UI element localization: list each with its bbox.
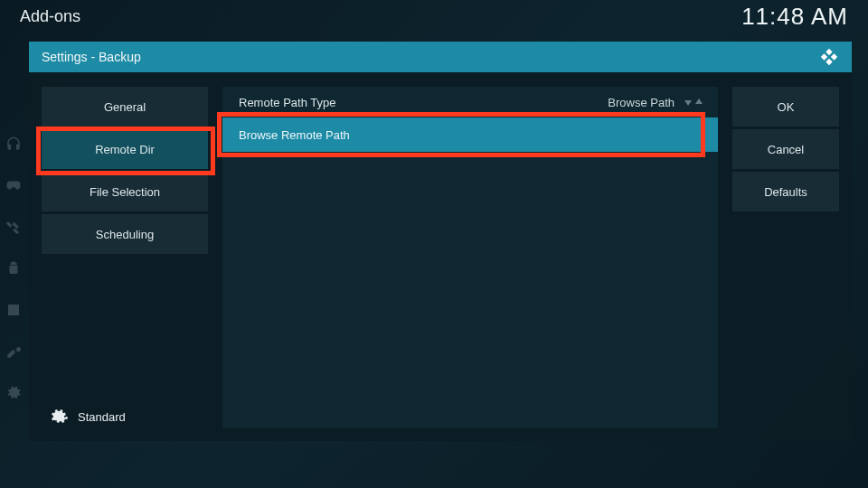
clock: 11:48 AM (741, 3, 848, 31)
android-icon (5, 260, 22, 277)
settings-panel: Remote Path Type Browse Path Browse Remo… (222, 87, 718, 428)
cancel-button[interactable]: Cancel (732, 129, 839, 169)
setting-remote-path-type[interactable]: Remote Path Type Browse Path (222, 87, 718, 117)
satellite-icon (5, 219, 22, 235)
category-column: General Remote Dir File Selection Schedu… (42, 87, 208, 428)
defaults-button[interactable]: Defaults (732, 172, 839, 211)
kodi-logo-icon (819, 47, 839, 67)
category-scheduling[interactable]: Scheduling (42, 214, 208, 254)
category-file-selection[interactable]: File Selection (42, 172, 208, 211)
settings-level-label: Standard (78, 410, 126, 424)
category-remote-dir[interactable]: Remote Dir (42, 129, 208, 169)
dialog-header: Settings - Backup (29, 42, 852, 72)
section-title: Add-ons (20, 7, 80, 26)
settings-level[interactable]: Standard (42, 401, 208, 428)
gear-icon (49, 407, 69, 427)
ok-button[interactable]: OK (732, 87, 839, 127)
setting-label: Browse Remote Path (239, 128, 350, 142)
settings-dialog: Settings - Backup General Remote Dir Fil… (29, 42, 852, 441)
headphones-icon (5, 136, 22, 152)
dialog-button-column: OK Cancel Defaults (732, 87, 839, 428)
setting-value: Browse Path (608, 96, 703, 109)
category-general[interactable]: General (42, 87, 208, 127)
picture-icon (5, 302, 22, 318)
setting-label: Remote Path Type (239, 96, 335, 109)
gears-icon (5, 385, 22, 401)
setting-browse-remote-path[interactable]: Browse Remote Path (222, 117, 718, 152)
gamepad-icon (5, 177, 22, 193)
spinner-arrows-icon (684, 98, 703, 107)
home-side-icons (0, 136, 27, 401)
tools-icon (5, 343, 22, 360)
dialog-title: Settings - Backup (42, 50, 141, 64)
top-bar: Add-ons 11:48 AM (0, 0, 868, 33)
dialog-body: General Remote Dir File Selection Schedu… (29, 72, 852, 441)
